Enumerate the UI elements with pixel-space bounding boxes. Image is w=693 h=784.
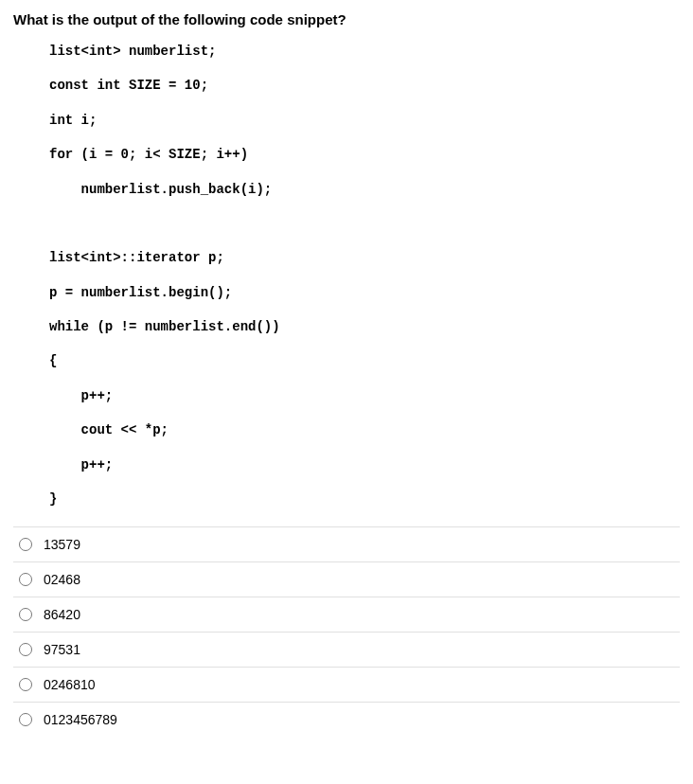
- option-label: 02468: [44, 572, 80, 587]
- option-row[interactable]: 13579: [13, 526, 680, 561]
- radio-option-2[interactable]: [19, 608, 32, 621]
- radio-option-5[interactable]: [19, 713, 32, 726]
- option-label: 13579: [44, 537, 80, 552]
- code-snippet: list<int> numberlist; const int SIZE = 1…: [49, 43, 680, 508]
- option-row[interactable]: 0123456789: [13, 702, 680, 737]
- radio-option-4[interactable]: [19, 678, 32, 691]
- option-label: 0123456789: [44, 712, 117, 727]
- options-list: 13579 02468 86420 97531 0246810 01234567…: [13, 526, 680, 737]
- option-label: 86420: [44, 607, 80, 622]
- option-row[interactable]: 97531: [13, 632, 680, 667]
- radio-option-1[interactable]: [19, 573, 32, 586]
- option-row[interactable]: 02468: [13, 561, 680, 597]
- option-label: 97531: [44, 642, 80, 657]
- option-label: 0246810: [44, 677, 96, 692]
- option-row[interactable]: 86420: [13, 597, 680, 632]
- radio-option-3[interactable]: [19, 643, 32, 656]
- radio-option-0[interactable]: [19, 538, 32, 551]
- option-row[interactable]: 0246810: [13, 667, 680, 702]
- question-title: What is the output of the following code…: [13, 11, 680, 27]
